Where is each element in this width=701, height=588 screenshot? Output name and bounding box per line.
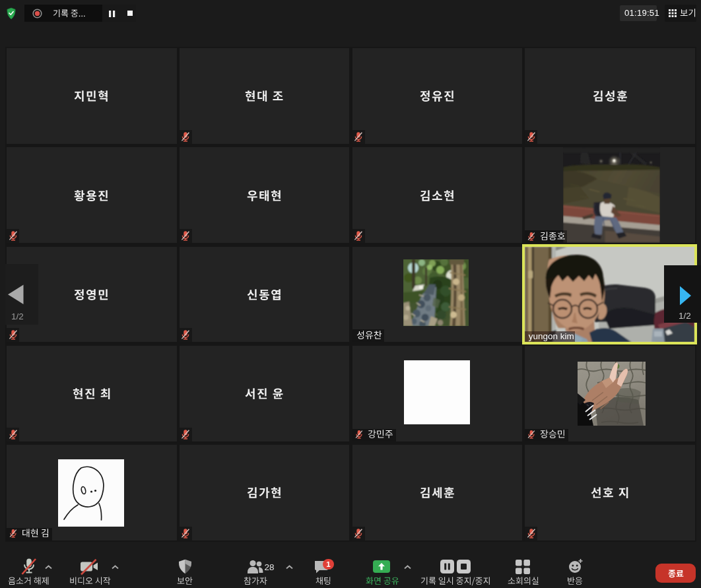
svg-text:1/2: 1/2	[679, 310, 691, 320]
svg-text:1/2: 1/2	[11, 311, 24, 321]
